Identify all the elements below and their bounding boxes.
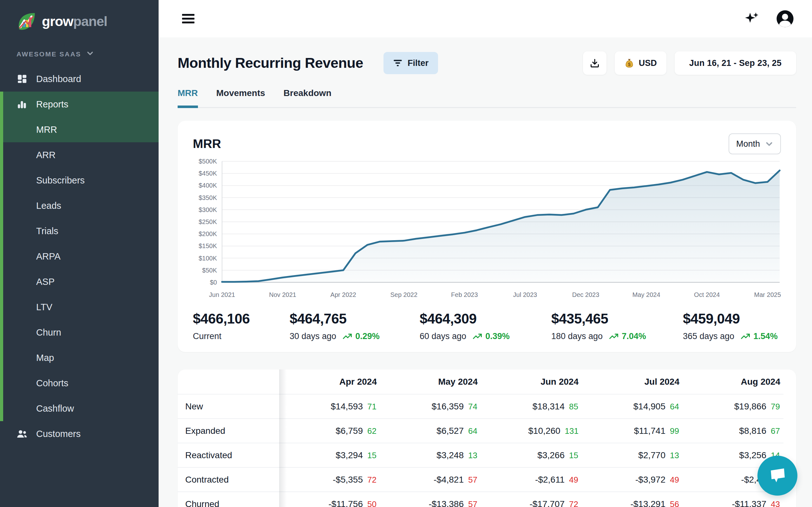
svg-text:$150K: $150K [199, 242, 217, 249]
table-body: New$14,59371$16,35974$18,31485$14,90564$… [177, 394, 783, 507]
cell-amount: $3,248 [437, 450, 464, 460]
filter-button[interactable]: Filter [384, 52, 438, 74]
workspace-selector[interactable]: AWESOME SAAS [0, 32, 159, 59]
brand-name: growpanel [42, 14, 107, 29]
sidebar-item-label: Reports [36, 99, 68, 110]
sidebar-item-cashflow[interactable]: Cashflow [3, 396, 159, 421]
cell-count: 67 [771, 426, 780, 436]
table-header-row: Apr 2024May 2024Jun 2024Jul 2024Aug 2024 [177, 370, 783, 394]
cell-amount: $19,866 [734, 401, 766, 411]
currency-label: USD [639, 58, 657, 68]
stat-365-days-ago: $459,049365 days ago1.54% [683, 311, 778, 341]
column-header-may-2024: May 2024 [380, 370, 481, 394]
stat-change: 7.04% [609, 331, 646, 341]
filter-icon [393, 58, 403, 68]
tab-mrr[interactable]: MRR [177, 88, 198, 107]
sidebar-item-mrr[interactable]: MRR [3, 117, 159, 142]
trend-up-icon [741, 332, 750, 341]
sidebar-item-dashboard[interactable]: Dashboard [0, 66, 159, 92]
sidebar-item-arr[interactable]: ARR [3, 142, 159, 168]
cell-amount: -$4,821 [434, 475, 464, 485]
sidebar-item-label: Cohorts [36, 378, 68, 389]
currency-button[interactable]: $ USD [615, 51, 666, 75]
interval-select[interactable]: Month [728, 133, 781, 154]
sidebar-item-customers[interactable]: Customers [0, 421, 159, 447]
stat-sub: 365 days ago1.54% [683, 331, 778, 341]
sidebar-item-ltv[interactable]: LTV [3, 294, 159, 320]
mrr-movements-table: Apr 2024May 2024Jun 2024Jul 2024Aug 2024… [177, 370, 783, 507]
sidebar-item-label: Subscribers [36, 175, 85, 186]
user-avatar-icon[interactable] [776, 9, 794, 28]
svg-text:Mar 2025: Mar 2025 [754, 291, 781, 298]
cell-count: 57 [468, 475, 478, 485]
stat-value: $464,309 [420, 311, 551, 327]
stat-change-value: 0.29% [355, 331, 380, 341]
row-label: Reactivated [177, 443, 279, 467]
sidebar-item-label: Map [36, 353, 54, 363]
cell-amount: $2,770 [638, 450, 665, 460]
cell-amount: $11,741 [634, 426, 665, 436]
sidebar-item-label: Customers [36, 429, 81, 439]
stat-180-days-ago: $435,465180 days ago7.04% [551, 311, 683, 341]
svg-text:Jul 2023: Jul 2023 [513, 291, 537, 298]
stat-30-days-ago: $464,76530 days ago0.29% [290, 311, 420, 341]
cell-count: 131 [565, 426, 578, 436]
table-cell: -$13,38657 [380, 492, 481, 507]
mrr-movements-table-card: Apr 2024May 2024Jun 2024Jul 2024Aug 2024… [177, 370, 796, 507]
cell-amount: -$13,386 [428, 499, 464, 507]
stat-label: 30 days ago [290, 331, 336, 341]
table-cell: $3,29415 [279, 443, 380, 467]
chat-launcher-button[interactable] [757, 456, 798, 496]
row-label: Churned [177, 492, 279, 507]
cell-amount: $16,359 [432, 401, 464, 411]
table-cell: $6,75962 [279, 418, 380, 443]
stat-label: 60 days ago [420, 331, 466, 341]
sidebar-item-leads[interactable]: Leads [3, 193, 159, 218]
column-header-apr-2024: Apr 2024 [279, 370, 380, 394]
hamburger-icon[interactable] [182, 13, 195, 24]
sidebar-item-reports[interactable]: Reports [3, 92, 159, 117]
tab-movements[interactable]: Movements [216, 88, 265, 107]
download-icon [590, 58, 600, 68]
sidebar-item-cohorts[interactable]: Cohorts [3, 371, 159, 396]
topbar [159, 0, 812, 38]
reports-icon [16, 99, 28, 110]
sidebar-item-churn[interactable]: Churn [3, 320, 159, 345]
table-cell: $19,86679 [682, 394, 783, 418]
mrr-stats-row: $466,106Current$464,76530 days ago0.29%$… [193, 311, 781, 341]
cell-count: 72 [569, 499, 578, 507]
svg-text:$100K: $100K [199, 255, 217, 262]
sparkles-icon[interactable] [744, 11, 759, 26]
topbar-actions [744, 9, 794, 28]
cell-count: 13 [468, 451, 478, 460]
brand-name-bold: grow [42, 14, 73, 29]
stat-sub: 30 days ago0.29% [290, 331, 420, 341]
stat-sub: 60 days ago0.39% [420, 331, 551, 341]
svg-text:Feb 2023: Feb 2023 [451, 291, 478, 298]
sidebar-item-asp[interactable]: ASP [3, 269, 159, 294]
tab-breakdown[interactable]: Breakdown [284, 88, 332, 107]
cell-count: 50 [367, 499, 377, 507]
stat-change: 1.54% [741, 331, 778, 341]
sidebar-item-subscribers[interactable]: Subscribers [3, 168, 159, 193]
table-row-reactivated: Reactivated$3,29415$3,24813$3,26615$2,77… [177, 443, 783, 467]
sidebar-item-trials[interactable]: Trials [3, 218, 159, 244]
row-label: Expanded [177, 418, 279, 443]
page-header: Monthly Recurring Revenue Filter $ USD J… [177, 51, 796, 75]
sidebar-item-arpa[interactable]: ARPA [3, 244, 159, 269]
cell-count: 13 [670, 451, 679, 460]
date-range-button[interactable]: Jun 16, 21 - Sep 23, 25 [675, 51, 796, 75]
cell-count: 99 [670, 426, 679, 436]
trend-up-icon [609, 332, 618, 341]
sidebar-item-label: LTV [36, 302, 52, 313]
cell-amount: -$3,972 [635, 475, 665, 485]
download-button[interactable] [583, 51, 606, 75]
svg-text:$500K: $500K [199, 158, 217, 165]
table-cell: $6,52764 [380, 418, 481, 443]
cell-count: 49 [670, 475, 679, 485]
table-cell: $14,59371 [279, 394, 380, 418]
column-header-jul-2024: Jul 2024 [582, 370, 682, 394]
cell-amount: -$17,707 [529, 499, 565, 507]
table-cell: -$4,82157 [380, 467, 481, 492]
sidebar-item-map[interactable]: Map [3, 345, 159, 371]
